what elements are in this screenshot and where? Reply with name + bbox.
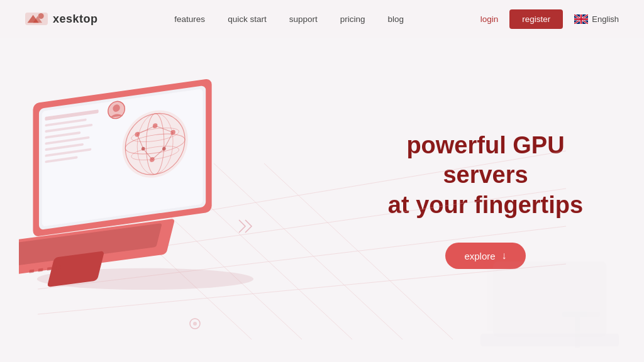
- nav-blog[interactable]: blog: [387, 14, 404, 24]
- nav-pricing[interactable]: pricing: [340, 14, 365, 24]
- nav-support[interactable]: support: [289, 14, 318, 24]
- nav-logo-group: xesktop: [25, 10, 98, 28]
- nav-quick-start[interactable]: quick start: [228, 14, 267, 24]
- nav-right: login register English: [480, 9, 619, 29]
- nav-features[interactable]: features: [174, 14, 205, 24]
- hero-title-line1: powerful GPU servers: [406, 132, 564, 189]
- navbar: xesktop features quick start support pri…: [0, 0, 644, 38]
- svg-rect-69: [575, 317, 580, 348]
- laptop-svg: [19, 57, 296, 297]
- hero-title: powerful GPU servers at your fingertips: [365, 131, 606, 221]
- hero-section: powerful GPU servers at your fingertips …: [0, 38, 644, 362]
- logo-text: xesktop: [53, 13, 98, 26]
- hero-illustration: [38, 38, 340, 362]
- login-button[interactable]: login: [480, 14, 499, 24]
- hero-title-line2: at your fingertips: [388, 192, 583, 218]
- flag-icon: [574, 14, 588, 24]
- nav-center: features quick start support pricing blo…: [174, 14, 404, 24]
- svg-rect-66: [480, 334, 619, 346]
- logo-icon: [25, 10, 48, 28]
- register-button[interactable]: register: [509, 9, 563, 29]
- bottom-right-decor: [468, 236, 644, 362]
- svg-point-3: [38, 13, 44, 19]
- svg-rect-68: [562, 312, 600, 317]
- svg-rect-67: [487, 268, 587, 331]
- language-label: English: [592, 14, 619, 24]
- language-selector[interactable]: English: [574, 14, 619, 24]
